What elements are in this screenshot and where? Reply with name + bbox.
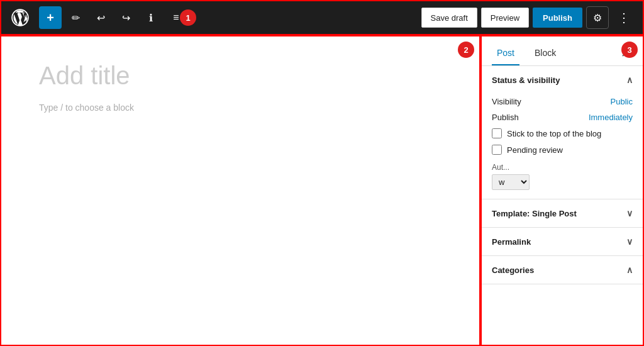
toolbar-right-actions: Save draft Preview Publish ⚙ ⋮ — [421, 6, 635, 29]
publish-button[interactable]: Publish — [533, 8, 582, 28]
preview-button[interactable]: Preview — [481, 8, 529, 28]
permalink-chevron-icon: ∨ — [626, 237, 633, 247]
main-area: Type / to choose a block 2 3 Post Block … — [0, 35, 644, 346]
annotation-badge-3: 3 — [621, 42, 638, 58]
tab-post[interactable]: Post — [492, 42, 519, 65]
sidebar-tabs: Post Block ✕ — [482, 36, 643, 66]
permalink-section-header[interactable]: Permalink ∨ — [482, 228, 643, 255]
list-icon: ≡ — [173, 12, 179, 23]
categories-chevron-icon: ∧ — [626, 265, 633, 275]
stick-top-row: Stick to the top of the blog — [492, 125, 633, 142]
redo-icon: ↪ — [122, 12, 130, 24]
wp-logo[interactable] — [9, 6, 31, 29]
pending-review-row: Pending review — [492, 142, 633, 158]
redo-button[interactable]: ↪ — [114, 6, 137, 29]
stick-to-top-checkbox[interactable] — [492, 128, 502, 138]
annotation-badge-1: 1 — [180, 9, 196, 26]
title-input[interactable] — [39, 62, 441, 90]
template-chevron-icon: ∨ — [626, 208, 633, 218]
undo-button[interactable]: ↩ — [89, 6, 112, 29]
categories-section-header[interactable]: Categories ∧ — [482, 256, 643, 284]
undo-icon: ↩ — [97, 12, 105, 24]
add-block-button[interactable]: + — [39, 6, 62, 29]
editor-hint: Type / to choose a block — [39, 103, 441, 113]
more-options-button[interactable]: ⋮ — [613, 6, 635, 29]
gear-icon: ⚙ — [593, 12, 602, 24]
settings-button[interactable]: ⚙ — [586, 6, 609, 29]
publish-value[interactable]: Immediately — [589, 113, 633, 122]
publish-row: Publish Immediately — [492, 109, 633, 125]
status-section: Status & visibility ∧ Visibility Public … — [482, 66, 643, 199]
sidebar: 3 Post Block ✕ Status & visibility ∧ Vis… — [480, 35, 644, 346]
template-section: Template: Single Post ∨ — [482, 199, 643, 228]
author-label: Aut... — [492, 163, 633, 172]
status-section-header[interactable]: Status & visibility ∧ — [482, 66, 643, 94]
editor-area: Type / to choose a block 2 — [0, 35, 480, 346]
template-section-header[interactable]: Template: Single Post ∨ — [482, 199, 643, 227]
edit-button[interactable]: ✏ — [64, 6, 87, 29]
pending-review-checkbox[interactable] — [492, 145, 502, 155]
info-icon: ℹ — [149, 12, 153, 24]
status-section-content: Visibility Public Publish Immediately St… — [482, 94, 643, 199]
save-draft-button[interactable]: Save draft — [421, 8, 477, 28]
edit-icon: ✏ — [72, 12, 80, 24]
tab-block[interactable]: Block — [530, 42, 561, 65]
add-icon: + — [47, 11, 54, 25]
visibility-row: Visibility Public — [492, 94, 633, 109]
ellipsis-icon: ⋮ — [618, 10, 630, 25]
visibility-value[interactable]: Public — [611, 97, 633, 106]
author-select[interactable]: w — [492, 174, 530, 190]
permalink-section: Permalink ∨ — [482, 228, 643, 256]
author-row: Aut... w — [492, 163, 633, 190]
toolbar: + ✏ ↩ ↪ ℹ ≡ 1 Save draft Preview Publish… — [0, 0, 644, 35]
categories-section: Categories ∧ — [482, 256, 643, 284]
info-button[interactable]: ℹ — [140, 6, 162, 29]
annotation-badge-2: 2 — [458, 42, 474, 58]
status-chevron-icon: ∧ — [626, 75, 633, 85]
